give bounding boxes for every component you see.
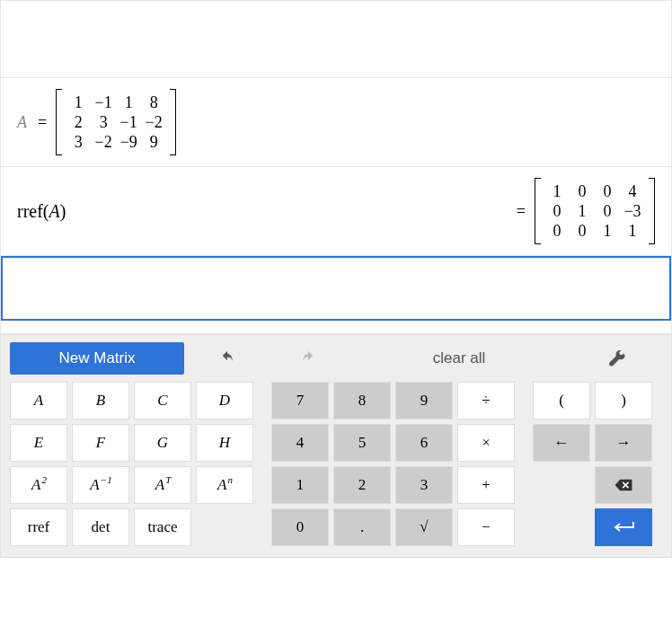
matrix-cell: −2 [141,113,166,132]
num-key-−[interactable]: − [457,508,515,546]
undo-icon [217,350,237,366]
control-pad: ( ) ← → [533,382,652,546]
paren-left-key[interactable]: ( [533,382,590,419]
matrix-cell: 0 [595,202,620,221]
undo-button[interactable] [190,342,265,375]
num-key-×[interactable]: × [457,424,515,462]
func-key-trace[interactable]: trace [134,508,191,546]
matrix-cell: 1 [570,202,595,221]
wrench-icon [607,350,627,366]
matrix-cell: 3 [66,133,91,152]
matrix-cell: −2 [91,133,116,152]
matrix-cell: −1 [116,113,141,132]
matrix-A: 1−11823−1−23−2−99 [56,89,176,155]
var-key-E[interactable]: E [10,424,67,462]
op-key-AT[interactable]: AT [134,466,191,504]
num-key-1[interactable]: 1 [271,466,329,504]
arrow-right-key[interactable]: → [595,424,652,462]
empty-key [196,508,253,546]
empty-key [533,508,590,546]
arrow-left-key[interactable]: ← [533,424,590,462]
func-key-det[interactable]: det [72,508,129,546]
matrix-cell: −1 [91,93,116,112]
matrix-cell: 3 [91,113,116,132]
equals-sign: = [38,113,47,132]
variable-name: A [17,113,27,132]
var-key-C[interactable]: C [134,382,191,419]
var-key-G[interactable]: G [134,424,191,462]
matrix-cell: −3 [620,202,645,221]
num-key-6[interactable]: 6 [395,424,453,462]
matrix-cell: 1 [66,93,91,112]
op-key-An[interactable]: An [196,466,253,504]
backspace-key[interactable] [595,466,652,504]
redo-icon [298,350,318,366]
num-key-÷[interactable]: ÷ [457,382,515,419]
empty-key [533,466,590,504]
num-key-2[interactable]: 2 [333,466,391,504]
num-key-3[interactable]: 3 [395,466,453,504]
history-row-define-A[interactable]: A = 1−11823−1−23−2−99 [1,78,671,167]
var-key-F[interactable]: F [72,424,129,462]
matrix-cell: 1 [116,93,141,112]
matrix-cell: −9 [116,133,141,152]
matrix-cell: 0 [595,182,620,201]
history-row-blank [1,1,671,78]
num-key-5[interactable]: 5 [333,424,391,462]
num-key-9[interactable]: 9 [395,382,453,419]
matrix-cell: 0 [544,222,570,241]
matrix-cell: 1 [620,222,645,241]
history-panel: A = 1−11823−1−23−2−99 rref(A) = 1004010−… [0,0,672,334]
backspace-icon [614,477,633,493]
matrix-cell: 0 [544,202,570,221]
matrix-cell: 0 [570,182,595,201]
keypad: New Matrix clear all ABCDEFGHA2A−1ATAnrr… [0,334,672,558]
num-key-+[interactable]: + [457,466,515,504]
matrix-cell: 9 [141,133,166,152]
var-key-D[interactable]: D [196,382,253,419]
num-key-.[interactable]: . [333,508,391,546]
op-key-A2[interactable]: A2 [10,466,67,504]
num-key-7[interactable]: 7 [271,382,329,419]
var-key-H[interactable]: H [196,424,253,462]
equals-sign: = [517,202,526,221]
var-key-A[interactable]: A [10,382,67,419]
matrix-result: 1004010−30011 [535,178,655,244]
var-key-B[interactable]: B [72,382,129,419]
number-pad: 789÷456×123+0.√− [271,382,515,546]
matrix-cell: 0 [570,222,595,241]
enter-key[interactable] [595,508,652,546]
matrix-cell: 1 [544,182,570,201]
variable-pad: ABCDEFGHA2A−1ATAnrrefdettrace [10,382,253,546]
num-key-4[interactable]: 4 [271,424,329,462]
func-key-rref[interactable]: rref [10,508,67,546]
matrix-cell: 4 [620,182,645,201]
matrix-cell: 1 [595,222,620,241]
num-key-√[interactable]: √ [395,508,453,546]
settings-button[interactable] [572,342,662,375]
new-matrix-button[interactable]: New Matrix [10,342,184,375]
matrix-cell: 2 [66,113,91,132]
op-key-A−1[interactable]: A−1 [72,466,129,504]
paren-right-key[interactable]: ) [595,382,652,419]
clear-all-button[interactable]: clear all [351,342,567,375]
expression-input[interactable] [1,256,671,321]
num-key-0[interactable]: 0 [271,508,329,546]
enter-icon [610,520,637,534]
history-row-rref[interactable]: rref(A) = 1004010−30011 [1,167,671,256]
matrix-cell: 8 [141,93,166,112]
redo-button[interactable] [270,342,346,375]
function-call: rref(A) [17,201,66,222]
num-key-8[interactable]: 8 [333,382,391,419]
